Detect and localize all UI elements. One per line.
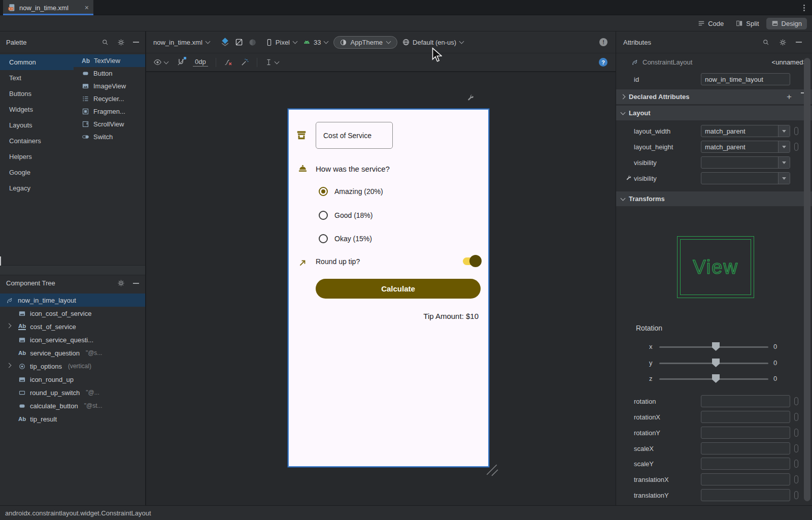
visibility-combo[interactable]: [701, 156, 790, 169]
tree-item-tip-options[interactable]: tip_options (vertical): [0, 360, 145, 373]
resize-handle-icon[interactable]: [485, 463, 498, 476]
tree-item-icon-service-question[interactable]: icon_service_questi...: [0, 333, 145, 346]
tree-item-icon-cost-of-service[interactable]: icon_cost_of_service: [0, 307, 145, 320]
section-transforms[interactable]: Transforms: [616, 191, 812, 206]
panel-splitter[interactable]: [0, 265, 145, 275]
slider-thumb[interactable]: [712, 359, 720, 367]
mode-design-button[interactable]: Design: [766, 18, 807, 29]
dropdown-arrow-icon[interactable]: [778, 173, 790, 184]
tab-close-icon[interactable]: ×: [85, 4, 89, 11]
locale-selector[interactable]: Default (en-us): [402, 38, 464, 46]
attr-toggle-pill[interactable]: [794, 491, 798, 499]
tools-visibility-combo[interactable]: [701, 172, 790, 184]
gear-icon[interactable]: [117, 39, 125, 46]
tree-item-calculate-button[interactable]: calculate_button "@st...: [0, 399, 145, 412]
api-selector[interactable]: 33: [302, 38, 329, 47]
mode-code-button[interactable]: Code: [693, 18, 729, 29]
palette-item-imageview[interactable]: ImageView: [74, 80, 145, 92]
guidelines-button[interactable]: [265, 58, 280, 66]
attr-toggle-pill[interactable]: [794, 127, 798, 135]
dropdown-arrow-icon[interactable]: [778, 125, 790, 137]
tree-item-cost-of-service[interactable]: Ab cost_of_service: [0, 320, 145, 333]
radio-good[interactable]: Good (18%): [319, 211, 373, 220]
attr-toggle-pill[interactable]: [794, 397, 798, 405]
design-surface-selector[interactable]: [220, 38, 230, 47]
clear-constraints-button[interactable]: [224, 58, 233, 67]
attr-toggle-pill[interactable]: [794, 429, 798, 437]
minimize-icon[interactable]: [796, 42, 802, 43]
tree-item-tip-result[interactable]: Ab tip_result: [0, 412, 145, 426]
tree-item-service-question[interactable]: Ab service_question "@s...: [0, 346, 145, 360]
palette-category-widgets[interactable]: Widgets: [0, 102, 74, 117]
error-indicator-icon[interactable]: !: [599, 38, 607, 46]
file-selector[interactable]: now_in_time.xml: [153, 39, 211, 46]
search-icon[interactable]: [762, 39, 770, 46]
palette-item-textview[interactable]: Ab TextView: [74, 54, 145, 67]
tree-item-icon-round-up[interactable]: icon_round_up: [0, 373, 145, 386]
orientation-selector[interactable]: [234, 38, 244, 47]
translationy-input[interactable]: [701, 489, 790, 501]
palette-item-recyclerview[interactable]: Recycler...: [74, 92, 145, 105]
gear-icon[interactable]: [779, 39, 787, 46]
palette-category-text[interactable]: Text: [0, 70, 74, 86]
infer-constraints-button[interactable]: [241, 58, 249, 67]
minimize-icon[interactable]: [133, 42, 139, 43]
rotationx-input[interactable]: [701, 411, 790, 423]
radio-amazing[interactable]: Amazing (20%): [319, 187, 383, 196]
translationx-input[interactable]: [701, 473, 790, 485]
bell-icon[interactable]: [297, 164, 308, 174]
palette-category-buttons[interactable]: Buttons: [0, 86, 74, 102]
help-icon[interactable]: ?: [599, 58, 607, 67]
attr-toggle-pill[interactable]: [794, 143, 798, 151]
palette-item-fragment[interactable]: Fragmen...: [74, 105, 145, 118]
device-selector[interactable]: Pixel: [265, 39, 298, 46]
layout-height-combo[interactable]: match_parent: [701, 141, 790, 153]
calculate-button[interactable]: Calculate: [316, 279, 481, 299]
autoconnect-toggle[interactable]: [177, 58, 185, 67]
attr-toggle-pill[interactable]: [794, 413, 798, 421]
mode-split-button[interactable]: Split: [731, 18, 764, 29]
slider-thumb[interactable]: [712, 374, 720, 383]
palette-category-legacy[interactable]: Legacy: [0, 180, 74, 196]
store-icon[interactable]: [296, 129, 307, 141]
slider-thumb[interactable]: [712, 342, 720, 351]
theme-selector[interactable]: AppTheme: [333, 36, 397, 49]
attr-toggle-pill[interactable]: [794, 444, 798, 452]
section-declared-attributes[interactable]: Declared Attributes +: [616, 89, 812, 104]
add-attribute-icon[interactable]: +: [787, 92, 792, 101]
tree-item-round-up-switch[interactable]: round_up_switch "@...: [0, 386, 145, 399]
attr-toggle-pill[interactable]: [794, 460, 798, 468]
scaley-input[interactable]: [701, 458, 790, 470]
minimize-icon[interactable]: [133, 283, 139, 284]
expand-chevron-icon[interactable]: [7, 363, 12, 368]
layout-width-combo[interactable]: match_parent: [701, 125, 790, 137]
kebab-menu-icon[interactable]: [800, 4, 808, 12]
palette-category-containers[interactable]: Containers: [0, 133, 74, 149]
expand-chevron-icon[interactable]: [7, 323, 12, 329]
palette-category-common[interactable]: Common: [0, 54, 74, 70]
attr-toggle-pill[interactable]: [794, 475, 798, 483]
palette-item-switch[interactable]: Switch: [74, 131, 145, 143]
palette-item-button[interactable]: Button: [74, 67, 145, 80]
default-margin-button[interactable]: 0dp: [193, 58, 208, 67]
palette-category-helpers[interactable]: Helpers: [0, 149, 74, 165]
search-icon[interactable]: [101, 39, 109, 46]
tree-item-now-in-time-layout[interactable]: now_in_time_layout: [0, 294, 145, 307]
radio-okay[interactable]: Okay (15%): [319, 234, 372, 243]
dropdown-arrow-icon[interactable]: [778, 141, 790, 152]
gear-icon[interactable]: [117, 279, 125, 287]
rotation-input[interactable]: [701, 395, 790, 407]
round-up-switch[interactable]: [463, 257, 481, 265]
palette-item-scrollview[interactable]: ScrollView: [74, 118, 145, 131]
section-layout[interactable]: Layout: [616, 106, 812, 120]
id-input[interactable]: [701, 73, 790, 85]
palette-category-google[interactable]: Google: [0, 165, 74, 180]
scrollbar[interactable]: [804, 58, 810, 501]
view-options-button[interactable]: [153, 58, 169, 67]
palette-category-layouts[interactable]: Layouts: [0, 117, 74, 133]
tab-now-in-time-xml[interactable]: now_in_time.xml ×: [3, 0, 93, 15]
cost-of-service-field[interactable]: Cost of Service: [316, 122, 393, 149]
wrench-icon[interactable]: [467, 94, 475, 102]
device-preview[interactable]: Cost of Service How was the service? Ama…: [288, 109, 489, 467]
dropdown-arrow-icon[interactable]: [778, 157, 790, 168]
